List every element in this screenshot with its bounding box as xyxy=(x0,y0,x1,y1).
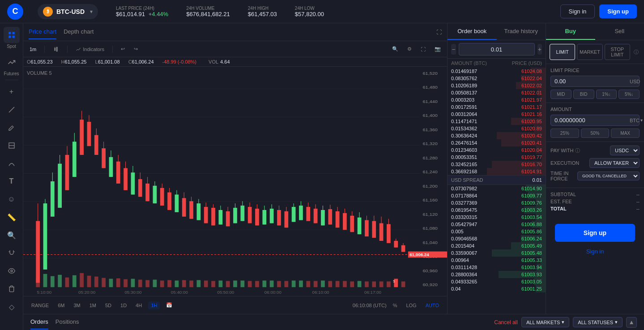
ticker-selector[interactable]: ₿ BTC-USD ▾ xyxy=(38,4,98,19)
tab-depth-chart[interactable]: Depth chart xyxy=(64,25,94,39)
sidebar-spot[interactable]: Spot xyxy=(4,27,20,49)
pct-1-btn[interactable]: 1%↓ xyxy=(596,90,617,99)
tool-emoji[interactable]: ☺ xyxy=(4,191,20,207)
ob-row[interactable]: 0.2880036461003.93 xyxy=(448,271,546,278)
ob-spread-input[interactable] xyxy=(459,43,535,56)
range-btn-4h[interactable]: 4H xyxy=(133,301,145,309)
ob-minus-btn[interactable]: − xyxy=(451,44,456,55)
range-btn-3m[interactable]: 3M xyxy=(71,301,83,309)
ob-row[interactable]: 0.0327736961009.76 xyxy=(448,199,546,206)
pct-5-btn[interactable]: 5%↓ xyxy=(618,90,640,99)
ob-row[interactable]: 0.0461001.25 xyxy=(448,285,546,292)
tool-crosshair[interactable]: + xyxy=(4,84,20,100)
50pct-btn[interactable]: 50% xyxy=(581,129,610,138)
ob-row[interactable]: 0.0031206461021.16 xyxy=(448,111,546,118)
ob-row[interactable]: 0.2647615461020.41 xyxy=(448,139,546,146)
tool-diamond[interactable]: ◇ xyxy=(4,299,20,315)
chart-type-candle[interactable] xyxy=(50,44,62,54)
ob-plus-btn[interactable]: + xyxy=(537,44,542,55)
settings-btn[interactable]: ⚙ xyxy=(405,44,414,54)
ob-row[interactable]: 0.201540461005.49 xyxy=(448,242,546,249)
signin-button[interactable]: Sign in xyxy=(560,4,595,18)
search-chart-btn[interactable]: 🔍 xyxy=(389,44,401,54)
ob-row[interactable]: 0.0146918761024.08 xyxy=(448,68,546,75)
range-btn-6m[interactable]: 6M xyxy=(55,301,67,309)
range-btn-1h[interactable]: 1H xyxy=(148,301,160,309)
tool-magnet[interactable] xyxy=(4,245,20,261)
stop-limit-btn[interactable]: STOP LIMIT xyxy=(605,44,630,60)
tab-orders[interactable]: Orders xyxy=(30,315,48,330)
range-btn-1m[interactable]: 1M xyxy=(87,301,99,309)
timeframe-1m[interactable]: 1m xyxy=(27,45,39,54)
ob-row[interactable]: 0.0017259161021.17 xyxy=(448,103,546,111)
ob-body[interactable]: 0.0146918761024.08 0.0830576261022.04 0.… xyxy=(448,68,546,330)
ob-row[interactable]: 0.0096461005.33 xyxy=(448,257,546,264)
tool-line[interactable] xyxy=(4,102,20,118)
ob-row[interactable]: 0.0493326561003.05 xyxy=(448,278,546,285)
chart-expand-icon[interactable]: ⛶ xyxy=(436,29,442,35)
calendar-icon[interactable]: 📅 xyxy=(163,301,175,309)
time-in-force-select[interactable]: GOOD TIL CANCELLED FILL OR KILL IMMEDIAT… xyxy=(577,171,640,180)
tab-order-book[interactable]: Order book xyxy=(448,23,497,40)
pay-with-select[interactable]: USDC USD xyxy=(610,146,640,155)
ob-row[interactable]: 0.0819547561003.26 xyxy=(448,206,546,214)
range-btn-1d[interactable]: 1D xyxy=(118,301,129,309)
buy-tab[interactable]: Buy xyxy=(546,23,595,40)
range-btn-5d[interactable]: 5D xyxy=(102,301,114,309)
ob-row[interactable]: 0.0717886461009.77 xyxy=(448,192,546,199)
25pct-btn[interactable]: 25% xyxy=(550,129,579,138)
tool-curve[interactable] xyxy=(4,155,20,171)
ob-row[interactable]: 0.0050813761022.01 xyxy=(448,89,546,96)
auto-btn[interactable]: AUTO xyxy=(423,301,442,309)
redo-btn[interactable]: ↪ xyxy=(131,44,141,54)
fullscreen-btn[interactable]: ⛶ xyxy=(418,45,428,54)
ob-row[interactable]: 0.3063642461020.42 xyxy=(448,132,546,139)
ob-row[interactable]: 0.000320361021.97 xyxy=(448,96,546,103)
tool-ruler[interactable]: 📏 xyxy=(4,209,20,225)
ob-row[interactable]: 0.0542794761006.88 xyxy=(448,221,546,228)
execution-select[interactable]: ALLOW TAKER POST ONLY xyxy=(589,158,640,168)
tool-trash[interactable] xyxy=(4,281,20,297)
tool-text[interactable]: T xyxy=(4,173,20,189)
log-btn[interactable]: LOG xyxy=(403,301,419,309)
indicators-btn[interactable]: Indicators xyxy=(73,45,107,54)
tool-eye[interactable] xyxy=(4,263,20,279)
pct-btn[interactable]: % xyxy=(390,301,400,309)
range-btn-range[interactable]: RANGE xyxy=(29,301,51,309)
signin-link[interactable]: Sign in xyxy=(550,245,640,257)
max-btn[interactable]: MAX xyxy=(611,129,640,138)
tool-fib[interactable] xyxy=(4,137,20,154)
tab-price-chart[interactable]: Price chart xyxy=(29,25,56,39)
market-order-btn[interactable]: MARKET xyxy=(577,44,602,60)
ob-row[interactable]: 0.00561005.86 xyxy=(448,228,546,235)
coinbase-logo[interactable]: C xyxy=(7,4,23,20)
tab-trade-history[interactable]: Trade history xyxy=(497,23,546,40)
sidebar-futures[interactable]: Futures xyxy=(4,54,20,76)
ob-row[interactable]: 0.0332031561003.54 xyxy=(448,214,546,221)
sell-tab[interactable]: Sell xyxy=(595,23,644,40)
bid-btn[interactable]: BID xyxy=(573,90,594,99)
mid-btn[interactable]: MID xyxy=(550,90,571,99)
ob-row[interactable]: 0.0005335161019.77 xyxy=(448,154,546,161)
signup-cta-btn[interactable]: Sign up xyxy=(555,224,635,242)
ob-row[interactable]: 0.3669216861014.91 xyxy=(448,168,546,175)
ob-row[interactable]: 0.3359006761005.48 xyxy=(448,249,546,257)
ob-row[interactable]: 0.1147147161020.95 xyxy=(448,118,546,125)
signup-button[interactable]: Sign up xyxy=(599,4,637,18)
limit-order-btn[interactable]: LIMIT xyxy=(550,44,575,60)
tab-positions[interactable]: Positions xyxy=(55,315,79,330)
ob-row[interactable]: 0.0730798261014.90 xyxy=(448,185,546,192)
limit-price-input[interactable] xyxy=(554,78,630,85)
ob-row[interactable]: 0.1020618961022.02 xyxy=(448,82,546,89)
tool-zoom[interactable]: 🔍 xyxy=(4,227,20,243)
amount-input[interactable] xyxy=(554,117,630,124)
screenshot-btn[interactable]: 📷 xyxy=(432,44,444,54)
ob-row[interactable]: 0.0904656861006.24 xyxy=(448,235,546,242)
ob-row[interactable]: 0.0830576261022.04 xyxy=(448,75,546,82)
tool-brush[interactable] xyxy=(4,120,20,136)
ob-row[interactable]: 0.0311142861003.94 xyxy=(448,264,546,271)
undo-btn[interactable]: ↩ xyxy=(118,44,128,54)
ob-row[interactable]: 0.0153436261020.89 xyxy=(448,125,546,132)
ob-row[interactable]: 0.0123460361020.04 xyxy=(448,146,546,154)
chart-svg[interactable]: 61,520 61,480 61,440 61,400 61,360 61,32… xyxy=(23,67,447,296)
